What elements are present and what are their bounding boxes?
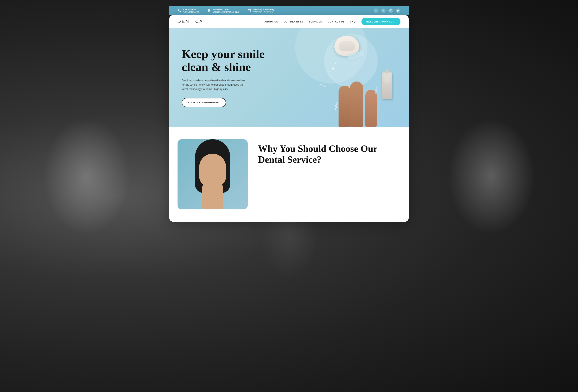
nav-item-about[interactable]: ABOUT US bbox=[264, 20, 278, 23]
why-choose-image bbox=[178, 139, 248, 209]
social-icons: f 𝕏 ▶ bbox=[374, 8, 400, 13]
deco-dot-3 bbox=[331, 77, 332, 78]
nav-item-faq[interactable]: FAQ bbox=[350, 20, 356, 23]
deco-squiggle-1 bbox=[335, 102, 341, 110]
hours-sublabel: 09:00 AM – 06:00 PM bbox=[253, 11, 274, 13]
location-icon bbox=[207, 9, 211, 13]
nav-item-contact[interactable]: CONTACT US bbox=[328, 20, 344, 23]
hand-3 bbox=[365, 90, 377, 127]
hero-content: Keep your smile clean & shine Dentica pr… bbox=[182, 48, 268, 107]
navbar: DENTICA ABOUT US OUR DENTISTS SERVICES C… bbox=[169, 15, 409, 28]
deco-squiggle-2 bbox=[375, 87, 380, 94]
top-bar-left: Call us now Call Center 1108 605 Park Dr… bbox=[178, 8, 274, 13]
address-label: 605 Park Drive bbox=[213, 8, 239, 11]
nav-link-about[interactable]: ABOUT US bbox=[264, 20, 278, 23]
portrait-container bbox=[188, 143, 237, 209]
phone-icon bbox=[178, 9, 181, 13]
hours-info: Monday – Saturday 09:00 AM – 06:00 PM bbox=[247, 8, 274, 13]
phone-label: Call us now bbox=[183, 8, 199, 11]
nav-cta-item[interactable]: MAKE AN APPOINMENT bbox=[361, 20, 400, 23]
logo: DENTICA bbox=[178, 19, 203, 24]
hero-image-area bbox=[277, 28, 409, 127]
nav-item-dentists[interactable]: OUR DENTISTS bbox=[284, 20, 303, 23]
phone-info: Call us now Call Center 1108 bbox=[178, 8, 199, 13]
address-sublabel: Sretict St. Herdimartani 1108 bbox=[213, 11, 239, 13]
site-card: DENTICA ABOUT US OUR DENTISTS SERVICES C… bbox=[169, 15, 409, 222]
facebook-icon[interactable]: f bbox=[374, 8, 378, 13]
hero-cta-button[interactable]: BOOK AN APPOINMENT bbox=[182, 98, 226, 107]
face-shape bbox=[199, 154, 226, 187]
hours-label: Monday – Saturday bbox=[253, 8, 274, 11]
hero-title: Keep your smile clean & shine bbox=[182, 48, 268, 73]
why-choose-title: Why You Should Choose Our Dental Service… bbox=[258, 143, 400, 165]
nav-cta-button[interactable]: MAKE AN APPOINMENT bbox=[361, 18, 400, 25]
nav-link-contact[interactable]: CONTACT US bbox=[328, 20, 344, 23]
nav-links: ABOUT US OUR DENTISTS SERVICES CONTACT U… bbox=[264, 20, 400, 23]
twitter-icon[interactable]: 𝕏 bbox=[381, 8, 385, 13]
why-choose-text: Why You Should Choose Our Dental Service… bbox=[258, 139, 400, 169]
hero-section: Keep your smile clean & shine Dentica pr… bbox=[169, 28, 409, 127]
deco-arrow bbox=[318, 82, 326, 88]
calendar-icon bbox=[247, 9, 251, 13]
body-shape bbox=[202, 185, 223, 209]
nav-link-services[interactable]: SERVICES bbox=[309, 20, 322, 23]
nav-link-faq[interactable]: FAQ bbox=[350, 20, 356, 23]
product-bottle bbox=[382, 72, 392, 99]
youtube-icon[interactable]: ▶ bbox=[396, 8, 400, 13]
deco-dot-2 bbox=[335, 62, 337, 64]
instagram-icon[interactable] bbox=[388, 8, 393, 13]
deco-dot-1 bbox=[332, 67, 335, 70]
nav-item-services[interactable]: SERVICES bbox=[309, 20, 322, 23]
hand-1 bbox=[350, 82, 363, 127]
phone-sublabel: Call Center 1108 bbox=[183, 11, 199, 13]
top-bar: Call us now Call Center 1108 605 Park Dr… bbox=[169, 6, 409, 15]
address-info: 605 Park Drive Sretict St. Herdimartani … bbox=[207, 8, 239, 13]
hero-description: Dentica provides comprehensive dental ca… bbox=[182, 78, 248, 91]
why-choose-section: Why You Should Choose Our Dental Service… bbox=[169, 127, 409, 222]
nav-link-dentists[interactable]: OUR DENTISTS bbox=[284, 20, 303, 23]
